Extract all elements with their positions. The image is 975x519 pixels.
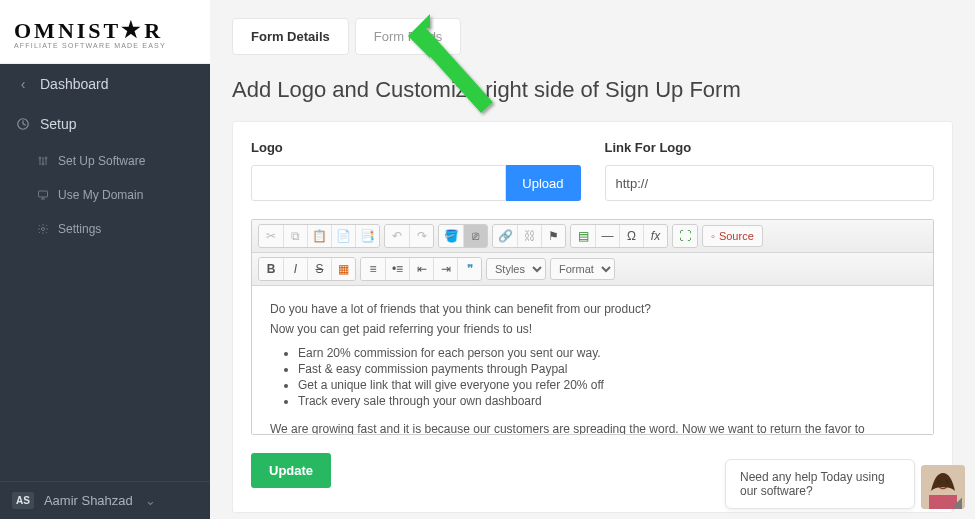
sliders-icon xyxy=(36,155,50,167)
editor-intro-2: Now you can get paid referring your frie… xyxy=(270,322,915,336)
nav-sub-label-0: Set Up Software xyxy=(58,154,145,168)
svg-point-11 xyxy=(945,480,948,484)
chevron-left-icon: ‹ xyxy=(16,76,30,92)
unlink-icon[interactable]: ⛓ xyxy=(517,225,541,247)
brand-name-pre: OMNIST xyxy=(14,18,121,43)
image-icon[interactable]: ▤ xyxy=(571,225,595,247)
svg-point-3 xyxy=(42,163,44,165)
indent-icon[interactable]: ⇥ xyxy=(433,258,457,280)
page-title: Add Logo and Customize right side of Sig… xyxy=(232,77,953,103)
brand-logo: OMNIST★R xyxy=(14,18,196,44)
svg-rect-4 xyxy=(39,191,48,197)
chevron-down-icon: ⌄ xyxy=(145,493,156,508)
brand-block: OMNIST★R AFFILIATE SOFTWARE MADE EASY xyxy=(0,0,210,64)
nav-setup-label: Setup xyxy=(40,116,77,132)
svg-rect-12 xyxy=(929,495,957,509)
sidebar: OMNIST★R AFFILIATE SOFTWARE MADE EASY ‹ … xyxy=(0,0,210,519)
link-icon[interactable]: 🔗 xyxy=(493,225,517,247)
nav-dashboard-label: Dashboard xyxy=(40,76,109,92)
chat-text: Need any help Today using our software? xyxy=(740,470,885,498)
hr-icon[interactable]: — xyxy=(595,225,619,247)
editor-bullets: Earn 20% commission for each person you … xyxy=(298,346,915,408)
paint-bucket-icon[interactable]: 🪣 xyxy=(439,225,463,247)
blockquote-icon[interactable]: ❞ xyxy=(457,258,481,280)
chat-bubble[interactable]: Need any help Today using our software? xyxy=(725,459,915,509)
editor-content[interactable]: Do you have a lot of friends that you th… xyxy=(252,286,933,434)
sidebar-spacer xyxy=(0,246,210,481)
nav-sub-label-1: Use My Domain xyxy=(58,188,143,202)
tab-label-1: Form Fields xyxy=(374,29,443,44)
editor-bullet-2: Get a unique link that will give everyon… xyxy=(298,378,915,392)
tab-label-0: Form Details xyxy=(251,29,330,44)
editor-bullet-1: Fast & easy commission payments through … xyxy=(298,362,915,376)
svg-point-1 xyxy=(39,157,41,159)
editor-toolbar-row-1: ✂ ⧉ 📋 📄 📑 ↶ ↷ 🪣 ⎚ 🔗 ⛓ ⚑ xyxy=(252,220,933,253)
logo-file-input[interactable] xyxy=(251,165,506,201)
upload-button[interactable]: Upload xyxy=(506,165,580,201)
nav-sub-setup-software[interactable]: Set Up Software xyxy=(0,144,210,178)
logo-label: Logo xyxy=(251,140,581,155)
link-label: Link For Logo xyxy=(605,140,935,155)
brand-tagline: AFFILIATE SOFTWARE MADE EASY xyxy=(14,42,196,49)
paste-text-icon[interactable]: 📄 xyxy=(331,225,355,247)
form-card: Logo Upload Link For Logo ✂ ⧉ 📋 📄 📑 xyxy=(232,121,953,513)
anchor-icon[interactable]: ⚑ xyxy=(541,225,565,247)
source-icon: ◦ xyxy=(711,230,715,242)
nav-sub-label-2: Settings xyxy=(58,222,101,236)
remove-format-icon[interactable]: ⎚ xyxy=(463,225,487,247)
paste-word-icon[interactable]: 📑 xyxy=(355,225,379,247)
source-label: Source xyxy=(719,230,754,242)
copy-icon[interactable]: ⧉ xyxy=(283,225,307,247)
editor-toolbar-row-2: B I S ▦ ≡ •≡ ⇤ ⇥ ❞ Styles Format xyxy=(252,253,933,286)
tab-form-fields[interactable]: Form Fields xyxy=(355,18,462,55)
main-area: Form Details Form Fields Add Logo and Cu… xyxy=(210,0,975,519)
special-char-icon[interactable]: Ω xyxy=(619,225,643,247)
maximize-icon[interactable]: ⛶ xyxy=(673,225,697,247)
user-initials-badge: AS xyxy=(12,492,34,509)
nav-sub-use-my-domain[interactable]: Use My Domain xyxy=(0,178,210,212)
color-icon[interactable]: ▦ xyxy=(331,258,355,280)
nav-sub-settings[interactable]: Settings xyxy=(0,212,210,246)
user-name: Aamir Shahzad xyxy=(44,493,133,508)
svg-point-5 xyxy=(42,228,45,231)
update-button[interactable]: Update xyxy=(251,453,331,488)
chat-avatar[interactable] xyxy=(921,465,965,509)
star-icon: ★ xyxy=(121,17,144,43)
tab-bar: Form Details Form Fields xyxy=(232,18,953,55)
tab-form-details[interactable]: Form Details xyxy=(232,18,349,55)
redo-icon[interactable]: ↷ xyxy=(409,225,433,247)
nav-setup[interactable]: Setup xyxy=(0,104,210,144)
format-select[interactable]: Format xyxy=(550,258,615,280)
chat-widget[interactable]: Need any help Today using our software? xyxy=(725,459,965,509)
bold-icon[interactable]: B xyxy=(259,258,283,280)
brand-name-post: R xyxy=(144,18,163,43)
svg-point-10 xyxy=(937,480,940,484)
italic-icon[interactable]: I xyxy=(283,258,307,280)
cut-icon[interactable]: ✂ xyxy=(259,225,283,247)
gear-icon xyxy=(36,223,50,235)
user-menu[interactable]: AS Aamir Shahzad ⌄ xyxy=(0,481,210,519)
rich-text-editor: ✂ ⧉ 📋 📄 📑 ↶ ↷ 🪣 ⎚ 🔗 ⛓ ⚑ xyxy=(251,219,934,435)
dashboard-icon xyxy=(16,117,30,131)
editor-bullet-3: Track every sale through your own dashbo… xyxy=(298,394,915,408)
logo-link-input[interactable] xyxy=(605,165,935,201)
source-button[interactable]: ◦ Source xyxy=(702,225,763,247)
svg-point-2 xyxy=(45,157,47,159)
strike-icon[interactable]: S xyxy=(307,258,331,280)
outdent-icon[interactable]: ⇤ xyxy=(409,258,433,280)
nav-dashboard[interactable]: ‹ Dashboard xyxy=(0,64,210,104)
monitor-icon xyxy=(36,189,50,201)
paste-icon[interactable]: 📋 xyxy=(307,225,331,247)
ul-icon[interactable]: •≡ xyxy=(385,258,409,280)
ol-icon[interactable]: ≡ xyxy=(361,258,385,280)
editor-outro: We are growing fast and it is because ou… xyxy=(270,422,915,434)
fx-icon[interactable]: fx xyxy=(643,225,667,247)
editor-bullet-0: Earn 20% commission for each person you … xyxy=(298,346,915,360)
styles-select[interactable]: Styles xyxy=(486,258,546,280)
editor-intro-1: Do you have a lot of friends that you th… xyxy=(270,302,915,316)
undo-icon[interactable]: ↶ xyxy=(385,225,409,247)
